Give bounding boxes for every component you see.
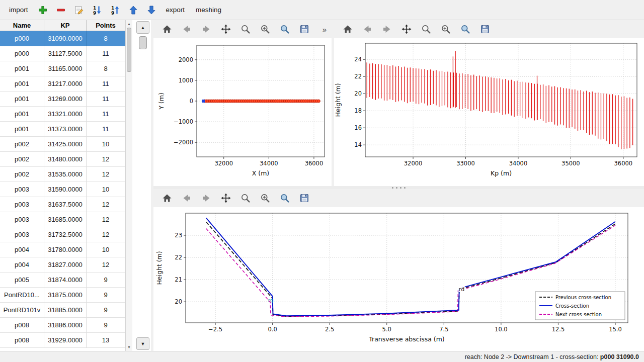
meshing-button[interactable]: meshing bbox=[193, 3, 224, 18]
forward-button[interactable] bbox=[200, 192, 213, 205]
sort-descending-button[interactable]: 19 bbox=[91, 3, 104, 18]
table-row[interactable]: p00231480.000012 bbox=[0, 152, 125, 167]
zoom-button[interactable] bbox=[239, 23, 252, 36]
zoom-button[interactable] bbox=[420, 23, 433, 36]
edit-parameters-button[interactable] bbox=[459, 23, 472, 36]
pan-button[interactable] bbox=[219, 192, 232, 205]
table-row[interactable]: p00331685.000012 bbox=[0, 212, 125, 227]
add-button[interactable] bbox=[36, 3, 49, 18]
scroll-up-button[interactable]: ▲ bbox=[136, 21, 149, 34]
pan-button[interactable] bbox=[219, 23, 232, 36]
table-row[interactable]: p00231425.000010 bbox=[0, 137, 125, 152]
longitudinal-profile-figure[interactable]: 3200033000340003500036000141618202224Kp … bbox=[334, 38, 644, 186]
row-points: 9 bbox=[87, 318, 125, 333]
save-button[interactable] bbox=[298, 23, 311, 36]
table-row[interactable]: p00331590.000010 bbox=[0, 182, 125, 197]
export-button[interactable]: export bbox=[163, 3, 188, 18]
cross-section-plot[interactable]: −2.50.02.55.07.510.012.515.020212223Tran… bbox=[153, 207, 644, 351]
table-row[interactable]: p00831886.00009 bbox=[0, 318, 125, 333]
table-row[interactable]: p00231535.000012 bbox=[0, 167, 125, 182]
zoom-button[interactable] bbox=[239, 192, 252, 205]
scroll-down-arrow-icon[interactable]: ▼ bbox=[126, 344, 132, 350]
table-row[interactable]: p00431780.000010 bbox=[0, 242, 125, 257]
sort-ascending-button[interactable]: 19 bbox=[109, 3, 122, 18]
row-name: p001 bbox=[0, 92, 44, 107]
sort-ascending-icon: 19 bbox=[110, 5, 121, 16]
home-button[interactable] bbox=[341, 23, 354, 36]
table-row[interactable]: PontRD101v31885.00009 bbox=[0, 303, 125, 318]
pan-icon bbox=[220, 193, 231, 204]
pan-icon bbox=[401, 24, 412, 35]
plan-view-figure[interactable]: 320003400036000−2000−1000010002000X (m)Y… bbox=[153, 38, 332, 186]
table-scrollbar[interactable]: ▲ ▼ bbox=[125, 20, 132, 351]
configure-subplots-button[interactable] bbox=[259, 23, 272, 36]
back-button[interactable] bbox=[180, 23, 193, 36]
svg-text:23: 23 bbox=[175, 232, 182, 239]
panel-scrollbar[interactable]: ▲ ▼ bbox=[136, 21, 150, 350]
row-points: 13 bbox=[87, 333, 125, 348]
svg-text:−1000: −1000 bbox=[174, 118, 193, 125]
forward-button[interactable] bbox=[200, 23, 213, 36]
table-row[interactable]: p00831929.000013 bbox=[0, 333, 125, 348]
row-kp: 31269.0000 bbox=[44, 92, 87, 107]
svg-text:2.5: 2.5 bbox=[325, 326, 334, 333]
main-toolbar: import 19 19 export meshing bbox=[0, 0, 644, 20]
table-row[interactable]: p00331732.500012 bbox=[0, 227, 125, 242]
svg-text:2000: 2000 bbox=[179, 56, 193, 63]
pan-button[interactable] bbox=[400, 23, 413, 36]
configure-subplots-button[interactable] bbox=[259, 192, 272, 205]
save-button[interactable] bbox=[478, 23, 492, 36]
forward-button[interactable] bbox=[380, 23, 393, 36]
longitudinal-profile-plot[interactable]: 3200033000340003500036000141618202224Kp … bbox=[334, 38, 644, 186]
row-kp: 31090.0000 bbox=[44, 31, 87, 46]
table-row[interactable]: p00431827.000012 bbox=[0, 257, 125, 273]
table-row[interactable]: p00031090.00008 bbox=[0, 31, 125, 46]
column-header-name[interactable]: Name bbox=[0, 20, 44, 31]
column-header-points[interactable]: Points bbox=[87, 20, 125, 31]
table-row[interactable]: p00331637.500012 bbox=[0, 197, 125, 212]
save-button[interactable] bbox=[298, 192, 311, 205]
svg-text:33000: 33000 bbox=[456, 160, 475, 167]
move-up-button[interactable] bbox=[127, 3, 140, 18]
import-button[interactable]: import bbox=[6, 3, 31, 18]
column-header-kp[interactable]: KP bbox=[44, 20, 87, 31]
longitudinal-profile-toolbar bbox=[334, 20, 644, 38]
back-icon bbox=[181, 24, 192, 35]
table-scrollbar-thumb[interactable] bbox=[127, 28, 131, 72]
remove-button[interactable] bbox=[54, 3, 67, 18]
table-row[interactable]: p00131269.000011 bbox=[0, 92, 125, 107]
row-points: 11 bbox=[87, 107, 125, 122]
toolbar-overflow-chevron[interactable]: » bbox=[323, 25, 327, 34]
status-bar: reach: Node 2 -> Downstream 1 - cross-se… bbox=[0, 351, 644, 362]
back-button[interactable] bbox=[361, 23, 374, 36]
table-row[interactable]: PontRD10...31875.00009 bbox=[0, 288, 125, 303]
back-button[interactable] bbox=[180, 192, 193, 205]
table-row[interactable]: p00131373.000011 bbox=[0, 122, 125, 137]
scroll-up-arrow-icon[interactable]: ▲ bbox=[126, 21, 132, 27]
configure-subplots-button[interactable] bbox=[439, 23, 452, 36]
svg-text:22: 22 bbox=[354, 73, 362, 80]
scroll-down-button[interactable]: ▼ bbox=[136, 337, 149, 350]
move-down-button[interactable] bbox=[145, 3, 158, 18]
row-kp: 31929.0000 bbox=[44, 333, 87, 348]
panel-scrollbar-thumb[interactable] bbox=[139, 36, 147, 49]
table-row[interactable]: p00131321.000011 bbox=[0, 107, 125, 122]
plan-view-plot[interactable]: 320003400036000−2000−1000010002000X (m)Y… bbox=[153, 38, 332, 186]
edit-parameters-button[interactable] bbox=[278, 192, 291, 205]
svg-text:12.5: 12.5 bbox=[552, 326, 565, 333]
cross-section-figure[interactable]: −2.50.02.55.07.510.012.515.020212223Tran… bbox=[153, 207, 644, 351]
annotation-rd: rd bbox=[459, 286, 464, 293]
edit-button[interactable] bbox=[72, 3, 86, 18]
table-row[interactable]: p00531874.00009 bbox=[0, 273, 125, 288]
home-button[interactable] bbox=[160, 192, 174, 205]
row-name: p000 bbox=[0, 46, 44, 61]
splitter-dot bbox=[396, 187, 397, 189]
table-row[interactable]: p00131217.000011 bbox=[0, 76, 125, 92]
cross-sections-table: NameKPPoints p00031090.00008p00031127.50… bbox=[0, 20, 125, 348]
edit-parameters-button[interactable] bbox=[278, 23, 291, 36]
table-row[interactable]: p00031127.500011 bbox=[0, 46, 125, 61]
home-button[interactable] bbox=[160, 23, 174, 36]
cross-section-panel: −2.50.02.55.07.510.012.515.020212223Tran… bbox=[153, 189, 644, 351]
table-row[interactable]: p00131165.00008 bbox=[0, 61, 125, 76]
svg-text:0.0: 0.0 bbox=[268, 326, 277, 333]
